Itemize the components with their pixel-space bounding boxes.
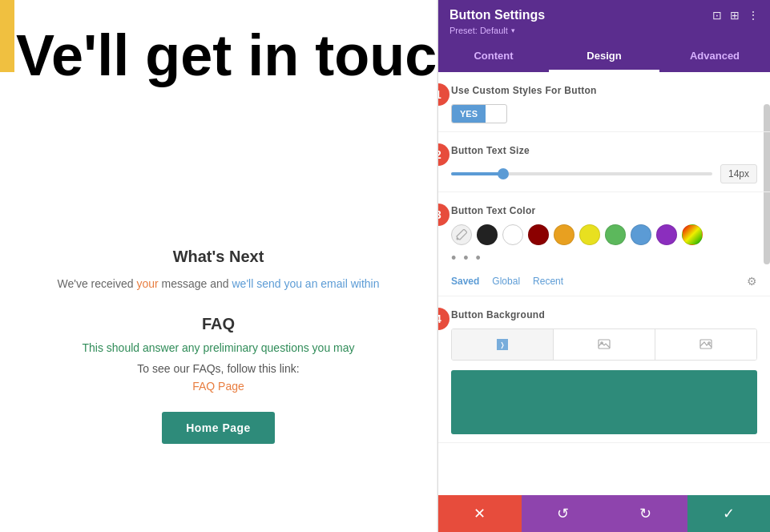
resize-square-icon[interactable]: ⊡ xyxy=(712,9,722,22)
eyedropper-icon[interactable] xyxy=(451,224,472,245)
color-blue[interactable] xyxy=(631,224,651,245)
toggle-no[interactable] xyxy=(486,110,502,118)
color-settings-gear-icon[interactable]: ⚙ xyxy=(747,275,757,288)
faq-heading: FAQ xyxy=(24,315,413,333)
color-tab-recent[interactable]: Recent xyxy=(533,276,563,287)
custom-styles-toggle[interactable]: YES xyxy=(451,104,507,123)
custom-styles-section: 1 Use Custom Styles For Button YES xyxy=(438,72,770,132)
content-section: What's Next We've received your message … xyxy=(0,87,437,444)
panel-header: Button Settings ⊡ ⊞ ⋮ Preset: Default ▾ xyxy=(438,0,770,42)
toggle-yes[interactable]: YES xyxy=(452,105,486,123)
color-green[interactable] xyxy=(605,224,626,245)
button-bg-section: 4 Button Background xyxy=(438,296,770,443)
text-color-section: 3 Button Text Color xyxy=(438,192,770,296)
preset-label: Preset: Default xyxy=(450,26,508,35)
color-row xyxy=(451,224,757,245)
cancel-icon: ✕ xyxy=(474,505,486,522)
received-message: We've received your message and we'll se… xyxy=(24,276,413,292)
tab-design[interactable]: Design xyxy=(549,42,659,72)
color-orange[interactable] xyxy=(554,224,574,245)
step-3-circle: 3 xyxy=(438,204,450,226)
slider-value: 14px xyxy=(720,164,757,183)
panel-footer: ✕ ↺ ↻ ✓ xyxy=(438,495,770,532)
hero-heading: Ve'll get in touch xyxy=(16,8,437,87)
tab-content[interactable]: Content xyxy=(438,42,549,72)
color-black[interactable] xyxy=(477,224,498,245)
redo-icon: ↻ xyxy=(639,505,651,522)
step-1-circle: 1 xyxy=(438,83,450,106)
preset-line[interactable]: Preset: Default ▾ xyxy=(450,26,759,35)
cancel-button[interactable]: ✕ xyxy=(438,495,522,532)
settings-panel: Button Settings ⊡ ⊞ ⋮ Preset: Default ▾ … xyxy=(437,0,770,532)
bg-tab-image1[interactable] xyxy=(554,329,655,360)
text-size-slider-row: 14px xyxy=(451,164,757,183)
slider-thumb[interactable] xyxy=(498,168,509,179)
reset-button[interactable]: ↺ xyxy=(522,495,605,532)
panel-tabs: Content Design Advanced xyxy=(438,42,770,72)
bg-type-tabs xyxy=(451,328,757,361)
color-dark-red[interactable] xyxy=(528,224,549,245)
yellow-accent-bar xyxy=(0,0,14,72)
panel-body: 1 Use Custom Styles For Button YES 2 But… xyxy=(438,72,770,495)
slider-track[interactable] xyxy=(451,172,712,175)
whats-next-heading: What's Next xyxy=(24,248,413,266)
color-tab-saved[interactable]: Saved xyxy=(451,276,479,287)
panel-icons: ⊡ ⊞ ⋮ xyxy=(712,9,759,22)
color-tabs-row: Saved Global Recent ⚙ xyxy=(451,275,757,288)
text-size-section: 2 Button Text Size 14px xyxy=(438,132,770,192)
svg-point-0 xyxy=(457,238,459,240)
tab-advanced[interactable]: Advanced xyxy=(659,42,770,72)
color-pencil[interactable] xyxy=(682,224,703,245)
home-page-button[interactable]: Home Page xyxy=(162,412,275,444)
three-dots[interactable]: • • • xyxy=(451,250,757,267)
color-yellow[interactable] xyxy=(579,224,600,245)
bg-tab-fill[interactable] xyxy=(452,329,554,360)
color-purple[interactable] xyxy=(656,224,677,245)
svg-point-4 xyxy=(708,342,710,344)
faq-description: This should answer any preliminary quest… xyxy=(24,341,413,354)
slider-fill xyxy=(451,172,503,175)
faq-link-intro: To see our FAQs, follow this link: xyxy=(24,362,413,375)
step-2-circle: 2 xyxy=(438,143,450,166)
confirm-icon: ✓ xyxy=(723,505,735,522)
preset-caret: ▾ xyxy=(511,26,515,34)
custom-styles-label: Use Custom Styles For Button xyxy=(451,85,757,96)
redo-button[interactable]: ↻ xyxy=(604,495,687,532)
color-white[interactable] xyxy=(502,224,523,245)
step-4-circle: 4 xyxy=(438,308,450,330)
color-tab-global[interactable]: Global xyxy=(492,276,520,287)
text-color-label: Button Text Color xyxy=(451,205,757,216)
text-size-label: Button Text Size xyxy=(451,145,757,156)
reset-icon: ↺ xyxy=(557,505,569,522)
more-options-icon[interactable]: ⋮ xyxy=(748,9,759,22)
page-content: Ve'll get in touch What's Next We've rec… xyxy=(0,0,437,532)
faq-page-link[interactable]: FAQ Page xyxy=(24,380,413,393)
grid-icon[interactable]: ⊞ xyxy=(730,9,740,22)
confirm-button[interactable]: ✓ xyxy=(687,495,771,532)
panel-title: Button Settings xyxy=(450,8,545,22)
bg-color-preview[interactable] xyxy=(451,370,757,434)
button-bg-label: Button Background xyxy=(451,309,757,320)
bg-tab-image2[interactable] xyxy=(655,329,756,360)
